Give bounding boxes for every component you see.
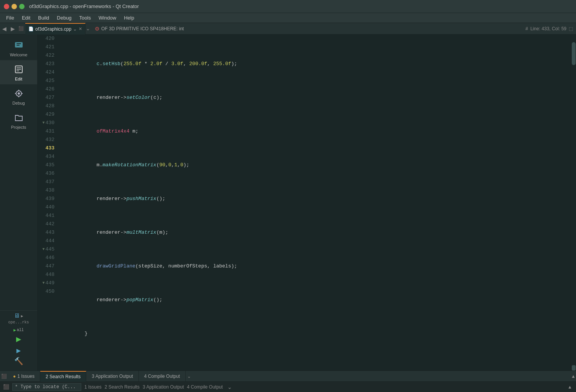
tab-context: ⚙ OF 3D PRIMITIVE ICO SP418HERE: int <box>90 26 525 32</box>
lnum-438: 438 <box>39 186 54 195</box>
statusbar-expand[interactable]: ▲ <box>568 384 573 390</box>
bottom-panel-tabs: ⬛ ● 1 Issues 2 Search Results 3 Applicat… <box>0 371 576 381</box>
code-editor[interactable]: 420 421 422 423 424 425 426 427 428 429 … <box>38 34 576 371</box>
vscrollbar[interactable] <box>571 34 576 371</box>
sidebar-bottom: 🖥 ▶ ope...rks ▶ all ▶ ▶ 🔨 <box>0 310 37 371</box>
menu-edit[interactable]: Edit <box>18 14 34 21</box>
tab-close-button[interactable]: ✕ <box>79 26 82 31</box>
tab-file[interactable]: 📄 of3dGraphics.cpp ⌄ ✕ <box>25 23 86 34</box>
lnum-447: 447 <box>39 262 54 271</box>
statusbar-arrow[interactable]: ⌄ <box>227 384 232 390</box>
btab-compileoutput-label: 4 Compile Output <box>144 374 180 379</box>
run-all-item[interactable]: ▶ all <box>0 328 37 333</box>
lnum-435: 435 <box>39 161 54 169</box>
statusbar-search-count: 2 Search Results <box>105 384 140 390</box>
btab-appoutput[interactable]: 3 Application Output <box>86 371 138 382</box>
tab-forward[interactable]: ▶ <box>8 23 17 34</box>
statusbar-compileout: 4 Compile Output <box>187 384 223 390</box>
menu-file[interactable]: File <box>2 14 18 21</box>
btab-more[interactable]: ⌄ <box>187 374 191 379</box>
statusbar-icon[interactable]: ⬛ <box>3 384 9 390</box>
debug-icon <box>13 87 25 100</box>
lnum-445: 445 <box>46 245 54 254</box>
code-line-427: renderer->popMatrix(); <box>61 296 571 304</box>
tab-dropdown[interactable]: ⌄ <box>73 26 77 32</box>
bottom-expand[interactable]: ▲ <box>571 371 576 382</box>
window-title: of3dGraphics.cpp - openFrameworks - Qt C… <box>29 3 139 9</box>
fold-arrow-445[interactable]: ▼ <box>43 245 45 254</box>
locate-input[interactable] <box>12 383 81 391</box>
run-icon: ▶ <box>16 334 21 344</box>
code-line-420: c.setHsb(255.0f * 2.0f / 3.0f, 200.0f, 2… <box>61 60 571 68</box>
fold-arrow-449[interactable]: ▼ <box>43 279 45 287</box>
menu-tools[interactable]: Tools <box>76 14 95 21</box>
lnum-437: 437 <box>39 178 54 186</box>
hash-symbol: # <box>525 26 528 31</box>
code-line-426: drawGridPlane(stepSize, numberOfSteps, l… <box>61 262 571 271</box>
bottom-panel-icon: ⬛ <box>0 371 8 382</box>
btab-compileoutput[interactable]: 4 Compile Output <box>139 371 186 382</box>
close-button[interactable] <box>4 4 9 9</box>
minimize-button[interactable] <box>12 4 17 9</box>
svg-rect-1 <box>16 43 21 44</box>
kit-section: 🖥 ▶ ope...rks <box>0 310 37 326</box>
vscroll-thumb[interactable] <box>572 42 576 65</box>
expand-icon[interactable]: ⬚ <box>569 26 573 31</box>
infobar-right: # Line: 433, Col: 59 ⬚ <box>525 26 576 31</box>
svg-rect-2 <box>16 45 20 46</box>
code-line-424: renderer->pushMatrix(); <box>61 195 571 203</box>
tabbar: ◀ ▶ ⬛ 📄 of3dGraphics.cpp ⌄ ✕ ⌄ ⚙ OF 3D P… <box>0 23 576 34</box>
lnum-443: 443 <box>39 228 54 237</box>
menu-debug[interactable]: Debug <box>53 14 75 21</box>
tab-nav3[interactable]: ⬛ <box>17 23 25 34</box>
menu-window[interactable]: Window <box>95 14 120 21</box>
menu-help[interactable]: Help <box>120 14 138 21</box>
menubar: File Edit Build Debug Tools Window Help <box>0 13 576 23</box>
btab-issues[interactable]: ● 1 Issues <box>8 371 40 382</box>
sidebar: Welcome Edit <box>0 34 38 371</box>
code-line-429 <box>61 363 571 371</box>
lnum-420: 420 <box>39 34 54 43</box>
lnum-444: 444 <box>39 237 54 245</box>
lnum-421: 421 <box>39 43 54 51</box>
run-all-label: all <box>17 328 24 332</box>
sidebar-item-debug[interactable]: Debug <box>0 84 37 108</box>
code-content[interactable]: c.setHsb(255.0f * 2.0f / 3.0f, 200.0f, 2… <box>58 34 571 371</box>
vscroll-bottom[interactable] <box>572 365 576 371</box>
maximize-button[interactable] <box>19 4 25 9</box>
code-line-422: ofMatrix4x4 m; <box>61 127 571 136</box>
lnum-429: 429 <box>39 110 54 119</box>
build-icon: 🔨 <box>14 357 23 366</box>
btab-search-label: 2 Search Results <box>46 374 81 379</box>
tab-split[interactable]: ⌄ <box>86 26 90 31</box>
debug-run-icon: ▶ <box>16 346 21 355</box>
lnum-446: 446 <box>39 254 54 262</box>
projects-icon <box>13 112 25 124</box>
btab-search[interactable]: 2 Search Results <box>40 371 86 382</box>
sidebar-debug-label: Debug <box>12 101 25 105</box>
code-line-421: renderer->setColor(c); <box>61 93 571 102</box>
lnum-432: 432 <box>39 136 54 144</box>
sidebar-edit-label: Edit <box>15 77 22 81</box>
build-button[interactable]: 🔨 <box>0 357 37 366</box>
debug-run-button[interactable]: ▶ <box>0 346 37 355</box>
statusbar: ⬛ 1 Issues 2 Search Results 3 Applicatio… <box>0 381 576 392</box>
lnum-430: 430 <box>46 119 54 127</box>
lnum-449: 449 <box>46 279 54 287</box>
lnum-424: 424 <box>39 68 54 77</box>
fold-arrow-430[interactable]: ▼ <box>43 119 45 127</box>
kit-selector[interactable]: 🖥 ▶ <box>14 312 23 320</box>
run-button[interactable]: ▶ <box>0 334 37 344</box>
code-scroll: 420 421 422 423 424 425 426 427 428 429 … <box>38 34 576 371</box>
run-section: ▶ all ▶ ▶ 🔨 <box>0 326 37 367</box>
titlebar-controls <box>4 4 25 9</box>
line-col-info: Line: 433, Col: 59 <box>530 26 566 31</box>
sidebar-item-projects[interactable]: Projects <box>0 108 37 133</box>
sidebar-welcome-label: Welcome <box>10 52 28 57</box>
sidebar-item-welcome[interactable]: Welcome <box>0 36 37 60</box>
sidebar-item-edit[interactable]: Edit <box>0 60 37 84</box>
menu-build[interactable]: Build <box>34 14 53 21</box>
tab-back[interactable]: ◀ <box>0 23 8 34</box>
main-area: Welcome Edit <box>0 34 576 371</box>
lnum-450: 450 <box>39 287 54 296</box>
